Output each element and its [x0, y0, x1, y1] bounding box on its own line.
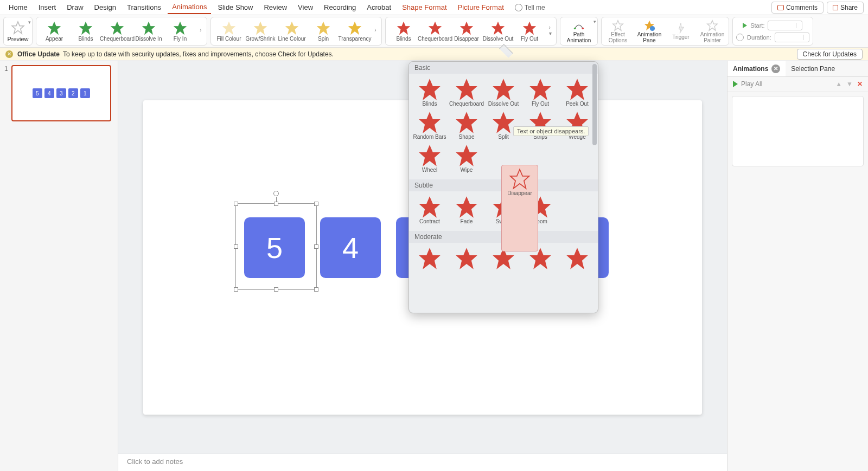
- gallery-item-strips[interactable]: Strips: [522, 109, 559, 142]
- anim-fly-out[interactable]: Fly Out: [514, 21, 545, 42]
- anim-line-colour[interactable]: Line Colour: [276, 21, 308, 42]
- play-all-button[interactable]: Play All: [741, 80, 762, 88]
- update-title: Office Update: [17, 50, 60, 58]
- gallery-item-chequerboard[interactable]: Chequerboard: [448, 76, 485, 109]
- tab-acrobat[interactable]: Acrobat: [362, 1, 395, 14]
- svg-marker-34: [457, 146, 476, 165]
- tab-view[interactable]: View: [293, 1, 317, 14]
- anim-appear[interactable]: Appear: [39, 21, 70, 42]
- right-tab-animations[interactable]: Animations✕: [727, 61, 786, 76]
- resize-handle[interactable]: [274, 287, 278, 292]
- selection-outline[interactable]: [235, 203, 317, 290]
- gallery-item-blinds[interactable]: Blinds: [411, 76, 448, 109]
- duration-label: Duration:: [747, 34, 771, 41]
- gallery-item-contract[interactable]: Contract: [411, 193, 448, 227]
- gallery-item-wipe[interactable]: Wipe: [448, 142, 485, 175]
- close-icon[interactable]: ✕: [771, 64, 780, 73]
- tab-home[interactable]: Home: [4, 1, 32, 14]
- gallery-item-moderate-0[interactable]: [411, 245, 448, 272]
- tab-animations[interactable]: Animations: [168, 1, 211, 14]
- resize-handle[interactable]: [314, 244, 318, 249]
- tell-me[interactable]: Tell me: [515, 4, 545, 11]
- preview-button[interactable]: Preview ▾: [3, 17, 33, 46]
- svg-marker-1: [48, 22, 60, 34]
- thumbnail-panel: 1 5 4 3 2 1: [0, 61, 118, 471]
- share-label: Share: [840, 4, 858, 11]
- anim-spin[interactable]: Spin: [308, 21, 339, 42]
- gallery-item-wheel[interactable]: Wheel: [411, 142, 448, 175]
- anim-blinds[interactable]: Blinds: [70, 21, 101, 42]
- svg-marker-33: [420, 146, 439, 165]
- check-updates-button[interactable]: Check for Updates: [797, 49, 863, 60]
- delete-anim-icon[interactable]: ✕: [857, 80, 863, 88]
- exit-animation-gallery: Basic BlindsChequerboardDisappearDissolv…: [409, 61, 598, 313]
- resize-handle[interactable]: [274, 202, 278, 206]
- anim-grow/shrink[interactable]: Grow/Shrink: [245, 21, 276, 42]
- tab-shape-format[interactable]: Shape Format: [398, 1, 451, 14]
- rotate-handle[interactable]: [273, 191, 279, 196]
- right-tab-selection[interactable]: Selection Pane: [786, 61, 840, 76]
- anim-fly-in[interactable]: Fly In: [164, 21, 196, 42]
- svg-marker-6: [223, 22, 235, 34]
- gallery-item-fly-out[interactable]: Fly Out: [522, 76, 559, 109]
- tab-insert[interactable]: Insert: [34, 1, 61, 14]
- start-label: Start:: [750, 22, 764, 29]
- update-bar: ✕ Office Update To keep up to date with …: [0, 48, 868, 61]
- tab-recording[interactable]: Recording: [320, 1, 360, 14]
- move-down-icon[interactable]: ▼: [846, 80, 853, 88]
- resize-handle[interactable]: [234, 244, 238, 249]
- animation-pane-button[interactable]: Animation Pane: [634, 20, 665, 43]
- resize-handle[interactable]: [234, 202, 238, 206]
- share-button[interactable]: Share: [827, 2, 864, 14]
- shape-box-4[interactable]: 4: [320, 217, 381, 278]
- slide-thumbnail-1[interactable]: 5 4 3 2 1: [11, 65, 111, 121]
- duration-field[interactable]: [775, 33, 809, 42]
- move-up-icon[interactable]: ▲: [835, 80, 842, 88]
- emphasis-more[interactable]: ›: [372, 27, 379, 35]
- svg-marker-11: [398, 22, 410, 34]
- gallery-item-random-bars[interactable]: Random Bars: [411, 109, 448, 142]
- mini-box: 2: [68, 88, 78, 98]
- gallery-item-fade[interactable]: Fade: [448, 193, 485, 227]
- gallery-item-moderate-1[interactable]: [448, 245, 485, 272]
- effect-options-icon: [612, 20, 624, 31]
- gallery-item-dissolve-out[interactable]: Dissolve Out: [485, 76, 522, 109]
- exit-more[interactable]: ›▾: [546, 24, 554, 38]
- anim-transparency[interactable]: Transparency: [339, 21, 371, 42]
- anim-chequerboard[interactable]: Chequerboard: [419, 21, 451, 42]
- gallery-item-shape[interactable]: Shape: [448, 109, 485, 142]
- anim-dissolve-out[interactable]: Dissolve Out: [482, 21, 514, 42]
- anim-blinds[interactable]: Blinds: [388, 21, 419, 42]
- gallery-item-moderate-4[interactable]: [559, 245, 596, 272]
- emphasis-gallery: Fill ColourGrow/ShrinkLine ColourSpinTra…: [210, 17, 382, 46]
- anim-chequerboard[interactable]: Chequerboard: [101, 21, 133, 42]
- update-msg: To keep up to date with security updates…: [63, 50, 334, 58]
- notes-field[interactable]: Click to add notes: [118, 454, 727, 471]
- anim-dissolve-in[interactable]: Dissolve In: [133, 21, 164, 42]
- animation-list[interactable]: [732, 96, 864, 166]
- duration-icon: [736, 34, 744, 41]
- anim-fill-colour[interactable]: Fill Colour: [213, 21, 245, 42]
- start-field[interactable]: [768, 21, 802, 30]
- tab-picture-format[interactable]: Picture Format: [454, 1, 508, 14]
- gallery-scrollbar[interactable]: [592, 64, 597, 145]
- anim-disappear[interactable]: Disappear: [451, 21, 482, 42]
- tab-transitions[interactable]: Transitions: [123, 1, 165, 14]
- resize-handle[interactable]: [314, 287, 318, 292]
- preview-label: Preview: [7, 36, 28, 42]
- entrance-more[interactable]: ›: [197, 27, 205, 35]
- mini-box: 5: [33, 88, 42, 98]
- gallery-item-split[interactable]: Split: [485, 109, 522, 142]
- tab-design[interactable]: Design: [90, 1, 120, 14]
- resize-handle[interactable]: [234, 287, 238, 292]
- comments-button[interactable]: Comments: [771, 2, 824, 14]
- gallery-item-wedge[interactable]: Wedge: [559, 109, 596, 142]
- path-animation-button[interactable]: Path Animation ▾: [564, 20, 594, 43]
- tab-draw[interactable]: Draw: [62, 1, 87, 14]
- svg-marker-27: [568, 80, 587, 99]
- gallery-item-disappear[interactable]: Disappear: [501, 165, 538, 251]
- tab-review[interactable]: Review: [259, 1, 291, 14]
- gallery-item-peek-out[interactable]: Peek Out: [559, 76, 596, 109]
- tab-slideshow[interactable]: Slide Show: [213, 1, 257, 14]
- resize-handle[interactable]: [314, 202, 318, 206]
